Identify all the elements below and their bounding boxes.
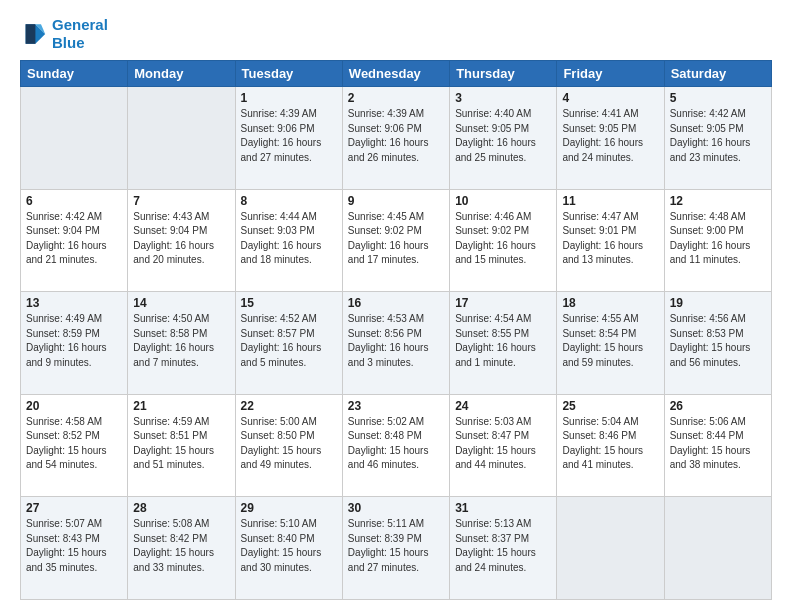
calendar-week-row: 20Sunrise: 4:58 AM Sunset: 8:52 PM Dayli… (21, 394, 772, 497)
calendar-cell (21, 87, 128, 190)
logo: General Blue (20, 16, 108, 52)
day-detail: Sunrise: 4:41 AM Sunset: 9:05 PM Dayligh… (562, 107, 658, 165)
day-number: 15 (241, 296, 337, 310)
calendar-cell: 28Sunrise: 5:08 AM Sunset: 8:42 PM Dayli… (128, 497, 235, 600)
calendar-cell: 22Sunrise: 5:00 AM Sunset: 8:50 PM Dayli… (235, 394, 342, 497)
page: General Blue SundayMondayTuesdayWednesda… (0, 0, 792, 612)
day-number: 31 (455, 501, 551, 515)
day-detail: Sunrise: 5:13 AM Sunset: 8:37 PM Dayligh… (455, 517, 551, 575)
calendar-cell: 27Sunrise: 5:07 AM Sunset: 8:43 PM Dayli… (21, 497, 128, 600)
calendar-cell: 12Sunrise: 4:48 AM Sunset: 9:00 PM Dayli… (664, 189, 771, 292)
day-number: 17 (455, 296, 551, 310)
day-detail: Sunrise: 5:00 AM Sunset: 8:50 PM Dayligh… (241, 415, 337, 473)
day-number: 10 (455, 194, 551, 208)
day-detail: Sunrise: 4:52 AM Sunset: 8:57 PM Dayligh… (241, 312, 337, 370)
day-detail: Sunrise: 4:43 AM Sunset: 9:04 PM Dayligh… (133, 210, 229, 268)
calendar-cell: 19Sunrise: 4:56 AM Sunset: 8:53 PM Dayli… (664, 292, 771, 395)
calendar-cell: 10Sunrise: 4:46 AM Sunset: 9:02 PM Dayli… (450, 189, 557, 292)
logo-icon (20, 20, 48, 48)
day-number: 21 (133, 399, 229, 413)
day-header-saturday: Saturday (664, 61, 771, 87)
svg-marker-1 (26, 24, 36, 44)
calendar-cell: 5Sunrise: 4:42 AM Sunset: 9:05 PM Daylig… (664, 87, 771, 190)
calendar-cell: 3Sunrise: 4:40 AM Sunset: 9:05 PM Daylig… (450, 87, 557, 190)
calendar-cell: 31Sunrise: 5:13 AM Sunset: 8:37 PM Dayli… (450, 497, 557, 600)
day-number: 4 (562, 91, 658, 105)
calendar-cell: 21Sunrise: 4:59 AM Sunset: 8:51 PM Dayli… (128, 394, 235, 497)
calendar-week-row: 6Sunrise: 4:42 AM Sunset: 9:04 PM Daylig… (21, 189, 772, 292)
day-detail: Sunrise: 4:49 AM Sunset: 8:59 PM Dayligh… (26, 312, 122, 370)
day-detail: Sunrise: 5:02 AM Sunset: 8:48 PM Dayligh… (348, 415, 444, 473)
day-number: 3 (455, 91, 551, 105)
calendar-cell: 9Sunrise: 4:45 AM Sunset: 9:02 PM Daylig… (342, 189, 449, 292)
day-detail: Sunrise: 4:56 AM Sunset: 8:53 PM Dayligh… (670, 312, 766, 370)
calendar-cell: 25Sunrise: 5:04 AM Sunset: 8:46 PM Dayli… (557, 394, 664, 497)
day-detail: Sunrise: 4:47 AM Sunset: 9:01 PM Dayligh… (562, 210, 658, 268)
calendar-cell: 13Sunrise: 4:49 AM Sunset: 8:59 PM Dayli… (21, 292, 128, 395)
day-number: 20 (26, 399, 122, 413)
calendar-cell: 16Sunrise: 4:53 AM Sunset: 8:56 PM Dayli… (342, 292, 449, 395)
calendar-cell (128, 87, 235, 190)
calendar-cell (664, 497, 771, 600)
day-detail: Sunrise: 4:40 AM Sunset: 9:05 PM Dayligh… (455, 107, 551, 165)
day-detail: Sunrise: 4:42 AM Sunset: 9:04 PM Dayligh… (26, 210, 122, 268)
day-detail: Sunrise: 4:59 AM Sunset: 8:51 PM Dayligh… (133, 415, 229, 473)
calendar-week-row: 1Sunrise: 4:39 AM Sunset: 9:06 PM Daylig… (21, 87, 772, 190)
day-number: 11 (562, 194, 658, 208)
day-detail: Sunrise: 5:08 AM Sunset: 8:42 PM Dayligh… (133, 517, 229, 575)
day-detail: Sunrise: 4:42 AM Sunset: 9:05 PM Dayligh… (670, 107, 766, 165)
day-detail: Sunrise: 4:55 AM Sunset: 8:54 PM Dayligh… (562, 312, 658, 370)
day-number: 7 (133, 194, 229, 208)
logo-text: General Blue (52, 16, 108, 52)
calendar-cell: 17Sunrise: 4:54 AM Sunset: 8:55 PM Dayli… (450, 292, 557, 395)
day-number: 6 (26, 194, 122, 208)
day-header-monday: Monday (128, 61, 235, 87)
day-number: 16 (348, 296, 444, 310)
day-detail: Sunrise: 4:48 AM Sunset: 9:00 PM Dayligh… (670, 210, 766, 268)
calendar-cell: 20Sunrise: 4:58 AM Sunset: 8:52 PM Dayli… (21, 394, 128, 497)
day-number: 23 (348, 399, 444, 413)
day-detail: Sunrise: 4:39 AM Sunset: 9:06 PM Dayligh… (241, 107, 337, 165)
day-detail: Sunrise: 4:50 AM Sunset: 8:58 PM Dayligh… (133, 312, 229, 370)
day-detail: Sunrise: 5:07 AM Sunset: 8:43 PM Dayligh… (26, 517, 122, 575)
day-number: 27 (26, 501, 122, 515)
day-detail: Sunrise: 4:45 AM Sunset: 9:02 PM Dayligh… (348, 210, 444, 268)
day-number: 22 (241, 399, 337, 413)
calendar-cell: 29Sunrise: 5:10 AM Sunset: 8:40 PM Dayli… (235, 497, 342, 600)
day-detail: Sunrise: 5:10 AM Sunset: 8:40 PM Dayligh… (241, 517, 337, 575)
day-number: 19 (670, 296, 766, 310)
calendar-cell: 23Sunrise: 5:02 AM Sunset: 8:48 PM Dayli… (342, 394, 449, 497)
day-number: 28 (133, 501, 229, 515)
day-number: 2 (348, 91, 444, 105)
header: General Blue (20, 16, 772, 52)
day-header-friday: Friday (557, 61, 664, 87)
day-number: 24 (455, 399, 551, 413)
calendar-header-row: SundayMondayTuesdayWednesdayThursdayFrid… (21, 61, 772, 87)
day-number: 18 (562, 296, 658, 310)
day-number: 30 (348, 501, 444, 515)
calendar-week-row: 27Sunrise: 5:07 AM Sunset: 8:43 PM Dayli… (21, 497, 772, 600)
day-detail: Sunrise: 5:11 AM Sunset: 8:39 PM Dayligh… (348, 517, 444, 575)
calendar-cell: 30Sunrise: 5:11 AM Sunset: 8:39 PM Dayli… (342, 497, 449, 600)
calendar-cell: 7Sunrise: 4:43 AM Sunset: 9:04 PM Daylig… (128, 189, 235, 292)
day-detail: Sunrise: 4:58 AM Sunset: 8:52 PM Dayligh… (26, 415, 122, 473)
calendar-cell: 1Sunrise: 4:39 AM Sunset: 9:06 PM Daylig… (235, 87, 342, 190)
day-header-wednesday: Wednesday (342, 61, 449, 87)
calendar-week-row: 13Sunrise: 4:49 AM Sunset: 8:59 PM Dayli… (21, 292, 772, 395)
calendar-cell: 24Sunrise: 5:03 AM Sunset: 8:47 PM Dayli… (450, 394, 557, 497)
day-number: 13 (26, 296, 122, 310)
day-number: 12 (670, 194, 766, 208)
day-detail: Sunrise: 4:44 AM Sunset: 9:03 PM Dayligh… (241, 210, 337, 268)
calendar-cell: 18Sunrise: 4:55 AM Sunset: 8:54 PM Dayli… (557, 292, 664, 395)
calendar-cell: 14Sunrise: 4:50 AM Sunset: 8:58 PM Dayli… (128, 292, 235, 395)
calendar-cell: 26Sunrise: 5:06 AM Sunset: 8:44 PM Dayli… (664, 394, 771, 497)
day-detail: Sunrise: 5:04 AM Sunset: 8:46 PM Dayligh… (562, 415, 658, 473)
day-detail: Sunrise: 5:06 AM Sunset: 8:44 PM Dayligh… (670, 415, 766, 473)
calendar-cell: 11Sunrise: 4:47 AM Sunset: 9:01 PM Dayli… (557, 189, 664, 292)
day-detail: Sunrise: 4:46 AM Sunset: 9:02 PM Dayligh… (455, 210, 551, 268)
day-detail: Sunrise: 4:39 AM Sunset: 9:06 PM Dayligh… (348, 107, 444, 165)
day-number: 25 (562, 399, 658, 413)
day-number: 8 (241, 194, 337, 208)
day-header-thursday: Thursday (450, 61, 557, 87)
day-number: 5 (670, 91, 766, 105)
